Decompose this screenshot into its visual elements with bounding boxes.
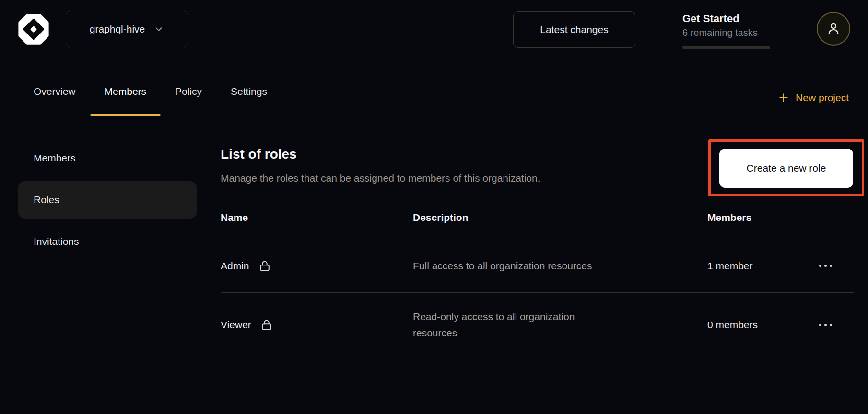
lock-icon: [258, 259, 271, 273]
members-sidebar: Members Roles Invitations: [18, 139, 197, 264]
organization-selector[interactable]: graphql-hive: [66, 11, 188, 47]
get-started-title: Get Started: [682, 12, 770, 26]
chevron-down-icon: [153, 24, 164, 34]
org-tabs: Overview Members Policy Settings: [19, 67, 282, 115]
tab-members-label: Members: [105, 86, 147, 97]
lock-icon: [260, 318, 273, 332]
role-members-count: 0 members: [707, 319, 797, 331]
page-subtitle: Manage the roles that can be assigned to…: [221, 172, 540, 184]
roles-table: Name Description Members Admin Full acce…: [221, 206, 854, 357]
role-actions-button[interactable]: [814, 319, 837, 331]
get-started-widget[interactable]: Get Started 6 remaining tasks: [682, 12, 770, 49]
sidebar-item-invitations[interactable]: Invitations: [18, 223, 197, 260]
role-members-count: 1 member: [707, 260, 797, 272]
get-started-progress-bar: [682, 46, 770, 49]
role-name: Admin: [221, 260, 249, 272]
tab-settings-label: Settings: [231, 86, 267, 97]
role-name-cell: Viewer: [221, 318, 413, 332]
sidebar-item-invitations-label: Invitations: [34, 236, 79, 247]
create-new-role-button[interactable]: Create a new role: [719, 149, 853, 188]
role-name: Viewer: [221, 319, 251, 331]
tab-overview-label: Overview: [34, 86, 76, 97]
app-window: graphql-hive Latest changes Get Started …: [0, 0, 868, 414]
active-tab-underline: [90, 114, 161, 116]
tab-overview[interactable]: Overview: [19, 67, 90, 115]
get-started-remaining-tasks: 6 remaining tasks: [682, 26, 770, 39]
page-title: List of roles: [221, 147, 297, 162]
tab-policy-label: Policy: [175, 86, 202, 97]
tab-members[interactable]: Members: [90, 67, 161, 115]
annotation-highlight-box: Create a new role: [708, 139, 864, 196]
new-project-button[interactable]: New project: [778, 67, 849, 115]
role-actions-button[interactable]: [814, 260, 837, 272]
role-description: Full access to all organization resource…: [413, 258, 605, 274]
sidebar-item-roles-label: Roles: [34, 194, 59, 206]
ellipsis-icon: [819, 264, 821, 267]
tab-settings[interactable]: Settings: [216, 67, 282, 115]
user-avatar-button[interactable]: [817, 12, 850, 46]
role-description: Read-only access to all organization res…: [413, 309, 605, 341]
column-header-actions: [797, 206, 854, 212]
tab-policy[interactable]: Policy: [161, 67, 216, 115]
column-header-members: Members: [707, 206, 797, 223]
user-icon: [825, 21, 842, 37]
table-row-viewer: Viewer Read-only access to all organizat…: [221, 293, 854, 357]
latest-changes-label: Latest changes: [540, 24, 608, 35]
hive-logo-icon[interactable]: [18, 13, 49, 45]
ellipsis-icon: [819, 324, 821, 326]
org-tab-bar: Overview Members Policy Settings New pro…: [0, 67, 868, 115]
sidebar-item-members[interactable]: Members: [18, 139, 197, 177]
new-project-label: New project: [796, 92, 849, 104]
roles-table-header: Name Description Members: [221, 206, 854, 239]
organization-name: graphql-hive: [90, 23, 145, 35]
plus-icon: [778, 92, 789, 103]
sidebar-item-roles[interactable]: Roles: [18, 181, 197, 218]
table-row-admin: Admin Full access to all organization re…: [221, 239, 854, 293]
latest-changes-button[interactable]: Latest changes: [513, 11, 635, 48]
role-name-cell: Admin: [221, 259, 413, 273]
column-header-name: Name: [221, 206, 413, 223]
column-header-description: Description: [413, 206, 707, 223]
sidebar-item-members-label: Members: [34, 152, 76, 164]
